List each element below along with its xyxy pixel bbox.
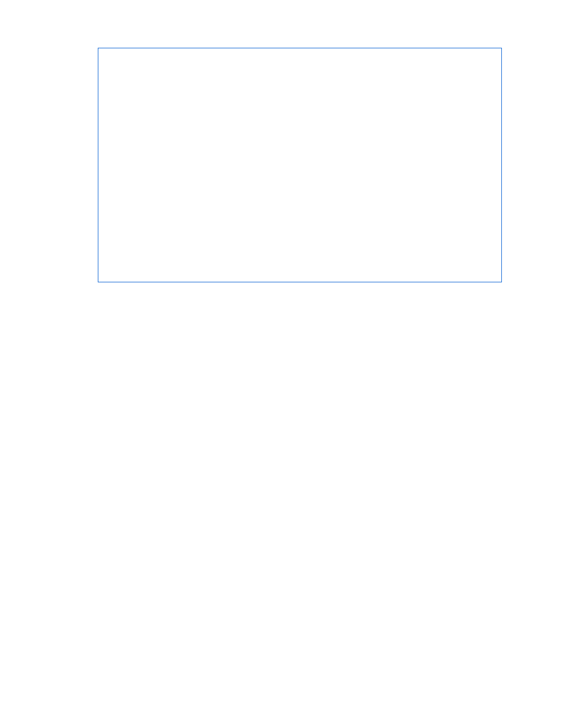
empty-bordered-box	[98, 48, 502, 282]
